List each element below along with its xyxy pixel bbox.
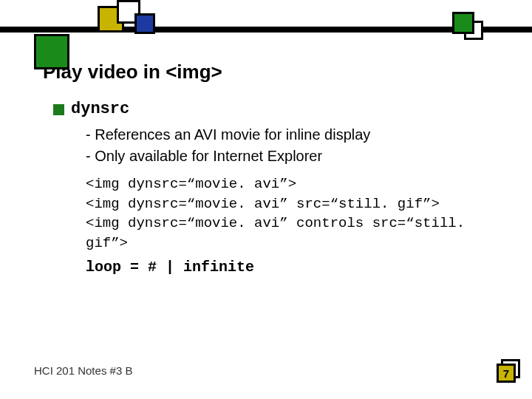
header-decoration (0, 0, 532, 47)
title-square (34, 34, 69, 69)
bullet-label: dynsrc (71, 100, 129, 118)
slide-title: Play video in <img> (43, 61, 488, 83)
sub-bullets: - References an AVI movie for inline dis… (86, 124, 488, 167)
sub-bullet: - Only available for Internet Explorer (86, 146, 488, 167)
code-line: <img dynsrc=“movie. avi”> (86, 174, 488, 194)
footer-text: HCI 201 Notes #3 B (34, 364, 132, 377)
code-line: <img dynsrc=“movie. avi” src=“still. gif… (86, 194, 488, 214)
bullet-row: dynsrc - References an AVI movie for inl… (71, 100, 488, 276)
code-block: <img dynsrc=“movie. avi”> <img dynsrc=“m… (86, 174, 488, 253)
page-number-value: 7 (503, 367, 509, 380)
page-number: 7 (497, 364, 516, 383)
loop-syntax: loop = # | infinite (86, 259, 488, 276)
code-line: <img dynsrc=“movie. avi” controls src=“s… (86, 214, 488, 253)
bullet-icon (53, 104, 64, 115)
sub-bullet: - References an AVI movie for inline dis… (86, 124, 488, 146)
deco-square-green (452, 12, 474, 34)
slide-content: Play video in <img> dynsrc - References … (0, 47, 532, 276)
deco-square-blue (134, 13, 155, 34)
